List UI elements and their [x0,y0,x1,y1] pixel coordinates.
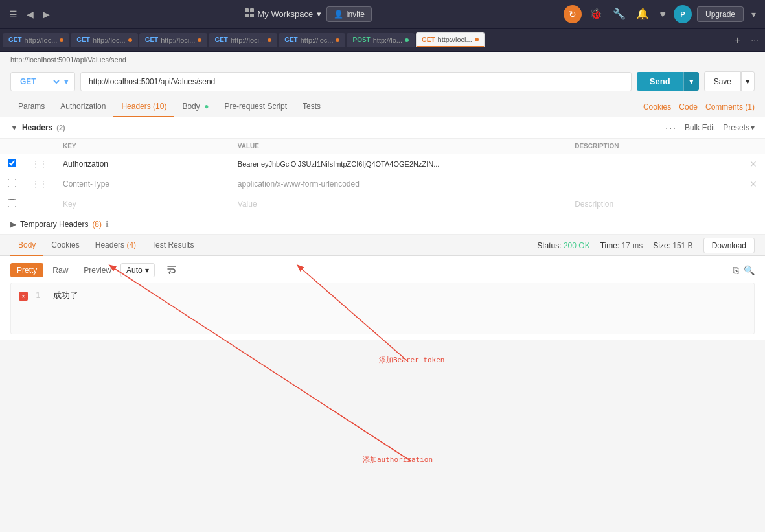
request-tab-7-active[interactable]: GET http://loci... [416,32,485,47]
menu-button[interactable]: ☰ [6,6,20,22]
value-cell-1[interactable]: Bearer eyJhbGciOiJSUzI1NiIsImtpZCI6IjQ4O… [230,154,567,174]
svg-rect-0 [245,8,249,12]
upgrade-label: Upgrade [705,10,735,19]
checkbox-cell-new[interactable] [0,194,24,214]
code-link[interactable]: Code [679,102,698,111]
new-value-input[interactable] [238,198,559,210]
send-button[interactable]: Send [637,72,683,91]
line-number: 1 [36,290,41,300]
heart-icon-button[interactable]: ♥ [657,6,668,23]
key-cell-new[interactable] [55,194,230,214]
request-tab-6[interactable]: POST http://lo... [347,33,414,47]
key-cell-1[interactable]: Authorization [55,154,230,174]
drag-handle-1[interactable]: ⋮⋮ [24,154,55,174]
key-value-1: Authorization [63,159,108,168]
tab-dot [60,38,63,42]
method-label: GET [422,36,435,43]
wrap-button[interactable] [160,261,183,279]
method-select[interactable]: GET POST PUT DELETE PATCH ▾ [10,72,75,91]
delete-cell-2[interactable]: ✕ [742,174,765,194]
tab-authorization[interactable]: Authorization [52,97,113,117]
tab-dot [336,38,339,42]
forward-button[interactable]: ▶ [40,6,52,22]
tab-more-button[interactable]: ··· [747,34,762,47]
tab-tests[interactable]: Tests [295,97,328,117]
tab-url: http://loci... [438,36,472,43]
delete-button-2[interactable]: ✕ [749,179,757,189]
back-button[interactable]: ◀ [24,6,36,22]
workspace-button[interactable]: My Workspace ▾ [245,8,322,19]
resp-tab-cookies[interactable]: Cookies [43,235,87,256]
save-button[interactable]: Save [704,71,741,91]
header-row-1: ⋮⋮ Authorization Bearer eyJhbGciOiJSUzI1… [0,154,765,174]
new-tab-button[interactable]: + [731,33,744,47]
header-checkbox-new[interactable] [8,199,16,207]
pretty-button[interactable]: Pretty [10,263,43,277]
request-tab-1[interactable]: GET http://loc... [3,33,69,47]
copy-button[interactable]: ⎘ [733,265,738,275]
time-value: 17 ms [622,241,643,250]
header-checkbox-1[interactable] [8,159,16,167]
value-cell-2[interactable]: application/x-www-form-urlencoded [230,174,567,194]
delete-cell-1[interactable]: ✕ [742,154,765,174]
desc-cell-2[interactable] [567,174,742,194]
url-input[interactable] [80,72,632,91]
auto-select[interactable]: Auto ▾ [120,263,155,277]
tab-pre-request[interactable]: Pre-request Script [216,97,295,117]
method-dropdown[interactable]: GET POST PUT DELETE PATCH [17,76,62,87]
bulk-edit-button[interactable]: Bulk Edit [685,123,715,132]
comments-link[interactable]: Comments (1) [705,102,755,111]
resp-tab-test-results[interactable]: Test Results [144,235,201,256]
resp-tab-headers[interactable]: Headers (4) [87,235,144,256]
wrench-icon-button[interactable]: 🔧 [610,5,628,23]
temp-headers-label: Temporary Headers [20,220,88,229]
request-tab-5[interactable]: GET http://loc... [279,33,345,47]
delete-button-1[interactable]: ✕ [749,159,757,169]
desc-cell-1[interactable] [567,154,742,174]
request-tab-2[interactable]: GET http://loc... [71,33,137,47]
desc-input-2[interactable] [575,178,734,190]
upgrade-button[interactable]: Upgrade [697,6,744,22]
headers-toggle[interactable]: ▼ [10,123,18,132]
presets-chevron-icon: ▾ [751,123,755,132]
temp-headers-toggle[interactable]: ▶ [10,220,16,229]
new-desc-input[interactable] [575,198,734,210]
tab-actions: + ··· [731,33,762,47]
tab-params[interactable]: Params [10,97,52,117]
invite-button[interactable]: 👤 Invite [326,6,372,22]
desc-cell-new[interactable] [567,194,742,214]
cookies-link[interactable]: Cookies [643,102,671,111]
bug-icon-button[interactable]: 🐞 [587,5,605,23]
checkbox-cell-2[interactable] [0,174,24,194]
request-tab-3[interactable]: GET http://loci... [139,33,208,47]
drag-handle-new [24,194,55,214]
new-key-input[interactable] [63,198,222,210]
presets-button[interactable]: Presets ▾ [723,123,755,132]
breadcrumb: http://localhost:5001/api/Values/send [0,52,765,67]
search-response-button[interactable]: 🔍 [744,265,755,275]
desc-input-1[interactable] [575,158,734,170]
sync-button[interactable]: ↻ [564,5,582,23]
header-checkbox-2[interactable] [8,179,16,187]
request-tab-4[interactable]: GET http://loci... [209,33,277,47]
avatar-button[interactable]: P [674,5,692,23]
col-actions [742,139,765,154]
save-dropdown-button[interactable]: ▾ [741,71,755,91]
resp-tab-body[interactable]: Body [10,235,43,256]
tab-headers[interactable]: Headers (10) [113,97,174,117]
value-cell-new[interactable] [230,194,567,214]
headers-section: ▼ Headers (2) ··· Bulk Edit Presets ▾ KE… [0,117,765,235]
tab-url: http://loci... [161,36,195,44]
more-options-button[interactable]: ··· [665,122,677,133]
drag-handle-2[interactable]: ⋮⋮ [24,174,55,194]
checkbox-cell-1[interactable] [0,154,24,174]
bell-icon-button[interactable]: 🔔 [634,5,652,23]
info-icon[interactable]: ℹ [106,220,109,229]
upgrade-dropdown-button[interactable]: ▾ [749,6,759,22]
tab-body[interactable]: Body ● [174,97,216,117]
key-cell-2[interactable]: Content-Type [55,174,230,194]
send-dropdown-button[interactable]: ▾ [683,72,699,91]
preview-button[interactable]: Preview [77,263,118,277]
raw-button[interactable]: Raw [46,263,74,277]
download-button[interactable]: Download [703,238,755,253]
